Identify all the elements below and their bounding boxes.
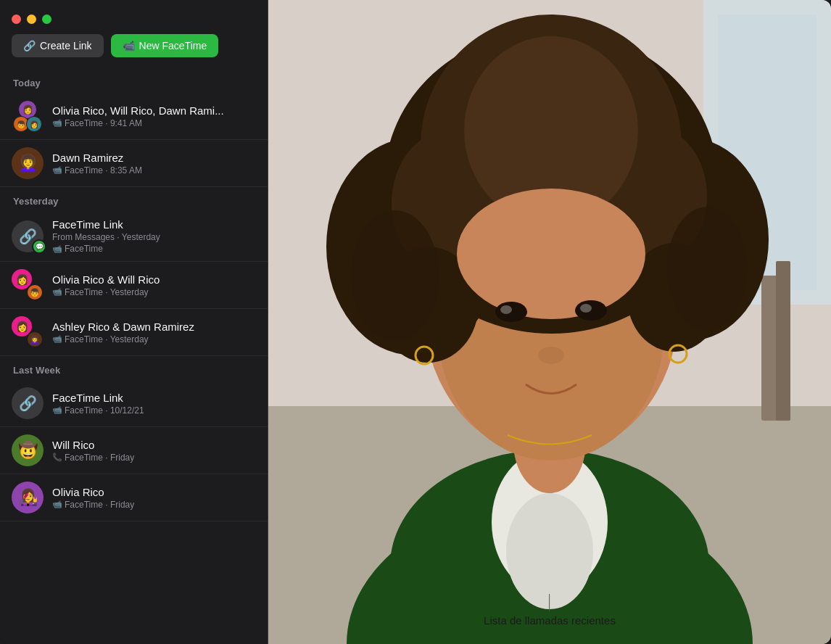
call-name: Olivia Rico [52, 486, 256, 498]
video-icon: 📹 [52, 334, 62, 344]
close-button[interactable] [12, 15, 21, 24]
messages-badge: 💬 [32, 239, 46, 254]
svg-point-27 [580, 304, 592, 313]
call-sub: 📹 FaceTime · 8:35 AM [52, 165, 256, 176]
avatar-group: 👩 👦 👩 [12, 100, 44, 132]
link-icon: 🔗 [23, 40, 36, 51]
section-header-yesterday: Yesterday [0, 187, 268, 211]
call-sub-line1: From Messages · Yesterday [52, 232, 256, 242]
call-sub: 📹 FaceTime · Friday [52, 500, 256, 510]
section-header-today: Today [0, 69, 268, 93]
call-sub: 📹 FaceTime · 9:41 AM [52, 118, 256, 128]
call-sub-line2: 📹 FaceTime [52, 244, 256, 254]
svg-point-23 [457, 189, 645, 319]
call-sub: 📹 FaceTime · 10/12/21 [52, 405, 256, 416]
video-icon: 📹 [52, 244, 62, 254]
svg-point-25 [575, 300, 607, 321]
video-camera-icon: 📹 [123, 40, 135, 51]
svg-point-10 [506, 493, 593, 609]
call-info: Ashley Rico & Dawn Ramirez 📹 FaceTime · … [52, 321, 256, 344]
call-name: Olivia Rico, Will Rico, Dawn Rami... [52, 104, 256, 117]
create-link-button[interactable]: 🔗 Create Link [12, 34, 104, 57]
list-item[interactable]: 🤠 Will Rico 📞 FaceTime · Friday [0, 427, 268, 474]
call-info: FaceTime Link From Messages · Yesterday … [52, 218, 256, 254]
call-name: Ashley Rico & Dawn Ramirez [52, 321, 256, 333]
list-item[interactable]: 👩‍🦱 Dawn Ramirez 📹 FaceTime · 8:35 AM [0, 140, 268, 187]
traffic-lights [0, 0, 268, 34]
svg-point-26 [500, 305, 512, 314]
call-name: Will Rico [52, 439, 256, 451]
avatar: 👩‍🦱 [26, 331, 44, 348]
list-item[interactable]: 👩 👩‍🦱 Ashley Rico & Dawn Ramirez 📹 FaceT… [0, 309, 268, 356]
call-info: FaceTime Link 📹 FaceTime · 10/12/21 [52, 392, 256, 416]
call-sub: 📹 FaceTime · Yesterday [52, 334, 256, 344]
camera-view: Lista de llamadas recientes [268, 0, 831, 644]
facetime-feed: Lista de llamadas recientes [268, 0, 831, 644]
avatar: 👩‍🦱 [12, 147, 44, 179]
video-icon: 📹 [52, 118, 62, 128]
sidebar: 🔗 Create Link 📹 New FaceTime Today 👩 👦 👩 [0, 0, 268, 644]
svg-point-31 [352, 210, 439, 341]
video-icon: 📹 [52, 287, 62, 297]
avatar: 👩‍🎤 [12, 482, 44, 513]
call-sub: 📞 FaceTime · Friday [52, 453, 256, 463]
call-list: Today 👩 👦 👩 Olivia Rico, Will Rico, Dawn… [0, 69, 268, 644]
call-info: Olivia Rico 📹 FaceTime · Friday [52, 486, 256, 510]
call-name: FaceTime Link [52, 218, 256, 231]
caption-text: Lista de llamadas recientes [484, 614, 616, 627]
top-buttons: 🔗 Create Link 📹 New FaceTime [0, 34, 268, 69]
avatar: 🤠 [12, 434, 44, 466]
section-header-lastweek: Last Week [0, 356, 268, 380]
list-item[interactable]: 👩‍🎤 Olivia Rico 📹 FaceTime · Friday [0, 474, 268, 521]
call-info: Will Rico 📞 FaceTime · Friday [52, 439, 256, 463]
call-name: Olivia Rico & Will Rico [52, 273, 256, 286]
list-item[interactable]: 🔗 FaceTime Link 📹 FaceTime · 10/12/21 [0, 380, 268, 427]
new-facetime-button[interactable]: 📹 New FaceTime [111, 34, 219, 57]
call-name: Dawn Ramirez [52, 152, 256, 164]
call-info: Olivia Rico & Will Rico 📹 FaceTime · Yes… [52, 273, 256, 297]
create-link-label: Create Link [40, 40, 92, 51]
call-sub: 📹 FaceTime · Yesterday [52, 287, 256, 297]
call-name: FaceTime Link [52, 392, 256, 404]
video-icon: 📹 [52, 165, 62, 175]
video-icon: 📹 [52, 405, 62, 415]
avatar: 👦 [26, 284, 44, 301]
svg-point-32 [667, 207, 747, 330]
svg-point-24 [495, 302, 527, 322]
facetime-link-icon: 🔗 [12, 387, 44, 419]
minimize-button[interactable] [27, 15, 36, 24]
maximize-button[interactable] [42, 15, 51, 24]
avatar: 👩 [26, 116, 42, 132]
list-item[interactable]: 👩 👦 👩 Olivia Rico, Will Rico, Dawn Rami.… [0, 93, 268, 140]
avatar-group: 👩 👩‍🦱 [12, 316, 44, 348]
svg-point-28 [538, 347, 564, 364]
list-item[interactable]: 👩 👦 Olivia Rico & Will Rico 📹 FaceTime ·… [0, 262, 268, 309]
video-icon: 📹 [52, 500, 62, 509]
phone-icon: 📞 [52, 453, 62, 462]
call-info: Dawn Ramirez 📹 FaceTime · 8:35 AM [52, 152, 256, 176]
svg-rect-6 [776, 261, 790, 421]
avatar-group: 👩 👦 [12, 269, 44, 301]
list-item[interactable]: 🔗 💬 FaceTime Link From Messages · Yester… [0, 211, 268, 262]
call-info: Olivia Rico, Will Rico, Dawn Rami... 📹 F… [52, 104, 256, 128]
new-facetime-label: New FaceTime [139, 40, 207, 51]
